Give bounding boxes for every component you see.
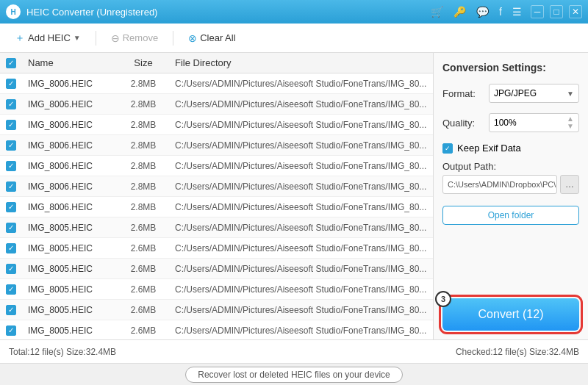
add-heic-button[interactable]: ＋ Add HEIC ▼ [9, 29, 87, 48]
main-area: Name Size File Directory IMG_8006.HEIC 2… [0, 53, 588, 339]
title-bar: H HEIC Converter (Unregistered) 🛒 🔑 💬 f … [0, 0, 588, 24]
row-checkbox[interactable] [6, 140, 16, 151]
row-name: IMG_8006.HEIC [22, 120, 118, 130]
row-dir: C:/Users/ADMIN/Pictures/Aiseesoft Studio… [169, 264, 433, 274]
row-size: 2.6MB [118, 223, 169, 233]
row-size: 2.8MB [118, 161, 169, 171]
toolbar-sep-2 [173, 31, 173, 46]
format-select[interactable]: JPG/JPEG ▼ [489, 84, 579, 103]
open-folder-button[interactable]: Open folder [442, 206, 579, 225]
table-row: IMG_8006.HEIC 2.8MB C:/Users/ADMIN/Pictu… [0, 135, 433, 156]
row-name: IMG_8005.HEIC [22, 264, 118, 274]
output-path-label: Output Path: [442, 161, 579, 172]
row-size: 2.8MB [118, 79, 169, 89]
recovery-link[interactable]: Recover lost or deleted HEIC files on yo… [185, 367, 402, 383]
key-icon[interactable]: 🔑 [451, 4, 469, 19]
facebook-icon[interactable]: f [496, 4, 505, 19]
convert-button[interactable]: Convert (12) [442, 298, 579, 331]
row-checkbox-col [0, 120, 22, 130]
menu-icon[interactable]: ☰ [509, 4, 525, 19]
row-checkbox-col [0, 202, 22, 212]
row-checkbox-col [0, 181, 22, 192]
file-list: Name Size File Directory IMG_8006.HEIC 2… [0, 53, 434, 339]
row-checkbox[interactable] [6, 284, 16, 295]
remove-label: Remove [123, 32, 158, 43]
maximize-button[interactable]: □ [550, 5, 563, 18]
table-row: IMG_8005.HEIC 2.6MB C:/Users/ADMIN/Pictu… [0, 259, 433, 279]
status-bar: Total:12 file(s) Size:32.4MB Checked:12 … [0, 339, 588, 363]
exif-row: Keep Exif Data [442, 143, 579, 154]
row-size: 2.6MB [118, 325, 169, 336]
quality-input[interactable]: 100% ▲ ▼ [489, 113, 579, 132]
row-checkbox-col [0, 79, 22, 89]
table-row: IMG_8005.HEIC 2.6MB C:/Users/ADMIN/Pictu… [0, 300, 433, 320]
row-dir: C:/Users/ADMIN/Pictures/Aiseesoft Studio… [169, 223, 433, 233]
row-checkbox[interactable] [6, 325, 16, 336]
format-row: Format: JPG/JPEG ▼ [442, 84, 579, 103]
format-label: Format: [442, 88, 483, 99]
row-dir: C:/Users/ADMIN/Pictures/Aiseesoft Studio… [169, 284, 433, 295]
row-checkbox[interactable] [6, 99, 16, 109]
row-dir: C:/Users/ADMIN/Pictures/Aiseesoft Studio… [169, 202, 433, 212]
row-name: IMG_8005.HEIC [22, 223, 118, 233]
table-row: IMG_8006.HEIC 2.8MB C:/Users/ADMIN/Pictu… [0, 94, 433, 115]
quality-down-arrow[interactable]: ▼ [567, 123, 574, 130]
panel-title: Conversion Settings: [442, 62, 579, 73]
step-badge: 3 [435, 291, 451, 307]
row-checkbox[interactable] [6, 181, 16, 192]
row-checkbox[interactable] [6, 79, 16, 89]
row-name: IMG_8006.HEIC [22, 79, 118, 89]
row-checkbox[interactable] [6, 161, 16, 171]
app-logo: H [6, 4, 21, 19]
browse-button[interactable]: … [560, 175, 579, 194]
remove-button[interactable]: ⊖ Remove [105, 29, 164, 47]
title-bar-controls: 🛒 🔑 💬 f ☰ ─ □ ✕ [428, 4, 582, 19]
row-size: 2.8MB [118, 99, 169, 109]
row-checkbox[interactable] [6, 120, 16, 130]
row-checkbox-col [0, 99, 22, 109]
output-path-box: C:\Users\ADMIN\Dropbox\PC\... [442, 175, 557, 194]
row-dir: C:/Users/ADMIN/Pictures/Aiseesoft Studio… [169, 325, 433, 336]
row-checkbox[interactable] [6, 202, 16, 212]
table-row: IMG_8005.HEIC 2.6MB C:/Users/ADMIN/Pictu… [0, 279, 433, 300]
quality-value: 100% [494, 118, 517, 128]
clear-all-button[interactable]: ⊗ Clear All [182, 29, 241, 47]
row-checkbox-col [0, 284, 22, 295]
row-checkbox-col [0, 243, 22, 253]
cart-icon[interactable]: 🛒 [428, 4, 446, 19]
app-title: HEIC Converter (Unregistered) [26, 7, 157, 18]
row-size: 2.6MB [118, 264, 169, 274]
quality-label: Quality: [442, 118, 483, 129]
row-name: IMG_8005.HEIC [22, 243, 118, 253]
row-name: IMG_8005.HEIC [22, 305, 118, 315]
row-checkbox[interactable] [6, 305, 16, 315]
clear-all-label: Clear All [200, 32, 235, 43]
row-checkbox[interactable] [6, 264, 16, 274]
add-heic-label: Add HEIC [28, 32, 71, 43]
table-row: IMG_8006.HEIC 2.8MB C:/Users/ADMIN/Pictu… [0, 197, 433, 217]
close-button[interactable]: ✕ [569, 5, 582, 18]
exif-checkbox[interactable] [442, 143, 453, 154]
row-checkbox-col [0, 264, 22, 274]
row-checkbox[interactable] [6, 243, 16, 253]
add-heic-arrow: ▼ [74, 34, 81, 42]
minimize-button[interactable]: ─ [531, 5, 544, 18]
checked-status: Checked:12 file(s) Size:32.4MB [456, 347, 579, 357]
row-dir: C:/Users/ADMIN/Pictures/Aiseesoft Studio… [169, 161, 433, 171]
chat-icon[interactable]: 💬 [473, 4, 492, 19]
total-status: Total:12 file(s) Size:32.4MB [9, 347, 116, 357]
row-size: 2.8MB [118, 140, 169, 151]
row-dir: C:/Users/ADMIN/Pictures/Aiseesoft Studio… [169, 243, 433, 253]
table-row: IMG_8005.HEIC 2.6MB C:/Users/ADMIN/Pictu… [0, 238, 433, 259]
table-row: IMG_8006.HEIC 2.8MB C:/Users/ADMIN/Pictu… [0, 176, 433, 197]
toolbar: ＋ Add HEIC ▼ ⊖ Remove ⊗ Clear All [0, 24, 588, 53]
file-rows-container: IMG_8006.HEIC 2.8MB C:/Users/ADMIN/Pictu… [0, 73, 433, 339]
row-dir: C:/Users/ADMIN/Pictures/Aiseesoft Studio… [169, 181, 433, 192]
row-dir: C:/Users/ADMIN/Pictures/Aiseesoft Studio… [169, 79, 433, 89]
table-row: IMG_8006.HEIC 2.8MB C:/Users/ADMIN/Pictu… [0, 73, 433, 94]
select-all-checkbox[interactable] [6, 58, 16, 68]
row-checkbox[interactable] [6, 223, 16, 233]
row-checkbox-col [0, 325, 22, 336]
row-name: IMG_8006.HEIC [22, 161, 118, 171]
row-dir: C:/Users/ADMIN/Pictures/Aiseesoft Studio… [169, 120, 433, 130]
